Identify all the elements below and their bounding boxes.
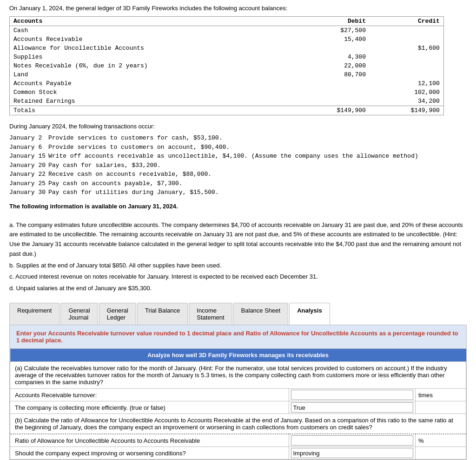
ledger-debit: [296, 97, 370, 106]
transaction-line: January 20Pay cash for salaries, $33,200…: [9, 161, 467, 170]
ledger-debit: 80,700: [296, 70, 370, 79]
ledger-row: Cash $27,500: [10, 26, 444, 35]
ledger-row: Allowance for Uncollectible Accounts $1,…: [10, 44, 444, 53]
tab-income-statement[interactable]: Income Statement: [189, 303, 232, 325]
ledger-row: Accounts Receivable 15,400: [10, 35, 444, 44]
ledger-account: Cash: [10, 26, 296, 35]
ledger-debit: [296, 79, 370, 88]
ledger-credit: [370, 53, 443, 61]
ledger-credit: [370, 61, 443, 70]
ledger-col-accounts: Accounts: [10, 17, 296, 26]
tab-trial-balance[interactable]: Trial Balance: [137, 303, 188, 325]
tx-desc: Provide services to customers on account…: [48, 143, 230, 152]
ar-turnover-unit: times: [416, 389, 466, 401]
ledger-row: Retained Earnings 34,200: [10, 97, 444, 106]
conditions-unit: [416, 447, 466, 460]
tx-desc: Provide services to customers for cash, …: [48, 133, 222, 143]
info-header: The following information is available o…: [9, 203, 467, 210]
tx-desc: Pay cash for salaries, $33,200.: [48, 161, 161, 170]
tab-content: Enter your Accounts Receivable turnover …: [9, 325, 467, 460]
allowance-ratio-label: Ratio of Allowance for Uncollectible Acc…: [10, 434, 289, 447]
transaction-line: January 2Provide services to customers f…: [9, 133, 467, 143]
ledger-debit: 4,300: [296, 53, 370, 61]
ledger-table: Accounts Debit Credit Cash $27,500 Accou…: [9, 16, 444, 115]
transaction-line: January 30Pay cash for utilities during …: [9, 188, 467, 197]
tab-balance-sheet[interactable]: Balance Sheet: [233, 303, 289, 325]
transactions-list: January 2Provide services to customers f…: [9, 133, 467, 197]
ledger-credit: [370, 26, 443, 35]
ledger-debit: 22,000: [296, 61, 370, 70]
ledger-col-credit: Credit: [370, 17, 443, 26]
tx-date: January 2: [9, 133, 46, 143]
ledger-credit: 34,200: [370, 97, 443, 106]
additional-info: a. The company estimates future uncollec…: [9, 220, 467, 294]
ledger-row: Accounts Payable 12,100: [10, 79, 444, 88]
ledger-col-debit: Debit: [296, 17, 370, 26]
analysis-section-a-desc: (a) Calculate the receivables turnover r…: [10, 362, 466, 389]
transaction-line: January 22Receive cash on accounts recei…: [9, 170, 467, 179]
ledger-debit: $27,500: [296, 26, 370, 35]
ledger-credit: $149,900: [370, 106, 443, 115]
allowance-ratio-input[interactable]: [291, 435, 414, 446]
allowance-ratio-input-cell: [289, 434, 416, 447]
ar-turnover-label: Accounts Receivable turnover:: [10, 389, 289, 401]
tx-date: January 20: [9, 161, 46, 170]
intro-text: On January 1, 2024, the general ledger o…: [9, 5, 467, 12]
conditions-input[interactable]: [291, 448, 414, 458]
ledger-account: Notes Receivable (6%, due in 2 years): [10, 61, 296, 70]
info-paragraph: a. The company estimates future uncollec…: [9, 220, 467, 259]
ledger-account: Common Stock: [10, 88, 296, 97]
ledger-credit: [370, 35, 443, 44]
ledger-row: Totals $149,900 $149,900: [10, 106, 444, 115]
ledger-debit: [296, 88, 370, 97]
tx-desc: Receive cash on accounts receivable, $88…: [48, 170, 212, 179]
tab-general-journal[interactable]: General Journal: [60, 303, 98, 325]
info-paragraph: c. Accrued interest revenue on notes rec…: [9, 272, 467, 282]
ledger-debit: 15,400: [296, 35, 370, 44]
conditions-label: Should the company expect improving or w…: [10, 447, 289, 460]
tx-date: January 15: [9, 152, 46, 161]
transaction-line: January 6Provide services to customers o…: [9, 143, 467, 152]
ledger-row: Supplies 4,300: [10, 53, 444, 61]
ledger-account: Accounts Payable: [10, 79, 296, 88]
collecting-unit: [416, 401, 466, 414]
tab-analysis[interactable]: Analysis: [289, 303, 330, 325]
ledger-account: Supplies: [10, 53, 296, 61]
collecting-input-cell: [289, 401, 416, 414]
allowance-ratio-unit: %: [416, 434, 466, 447]
ledger-credit: $1,600: [370, 44, 443, 53]
tx-desc: Pay cash on accounts payable, $7,300.: [48, 179, 183, 188]
tx-date: January 22: [9, 170, 46, 179]
ledger-row: Common Stock 102,000: [10, 88, 444, 97]
tab-general-ledger[interactable]: General Ledger: [99, 303, 136, 325]
tx-date: January 30: [9, 188, 46, 197]
tabs-bar: RequirementGeneral JournalGeneral Ledger…: [9, 303, 467, 325]
ledger-debit: $149,900: [296, 106, 370, 115]
ledger-account: Accounts Receivable: [10, 35, 296, 44]
transaction-line: January 15Write off accounts receivable …: [9, 152, 467, 161]
info-paragraph: b. Supplies at the end of January total …: [9, 261, 467, 271]
tx-desc: Pay cash for utilities during January, $…: [48, 188, 219, 197]
collecting-input[interactable]: [291, 402, 414, 413]
ledger-credit: 102,000: [370, 88, 443, 97]
tx-date: January 6: [9, 143, 46, 152]
ledger-debit: [296, 44, 370, 53]
ledger-account: Retained Earnings: [10, 97, 296, 106]
ledger-row: Land 80,700: [10, 70, 444, 79]
tab-instruction: Enter your Accounts Receivable turnover …: [10, 325, 466, 349]
ledger-credit: [370, 70, 443, 79]
ar-turnover-input[interactable]: [291, 390, 414, 400]
analysis-header: Analyze how well 3D Family Fireworks man…: [10, 349, 466, 362]
ar-turnover-input-cell: [289, 389, 416, 401]
tab-requirement[interactable]: Requirement: [9, 303, 60, 325]
tx-date: January 25: [9, 179, 46, 188]
info-paragraph: d. Unpaid salaries at the end of January…: [9, 284, 467, 293]
ledger-credit: 12,100: [370, 79, 443, 88]
conditions-input-cell: [289, 447, 416, 460]
during-text: During January 2024, the following trans…: [9, 123, 467, 130]
transaction-line: January 25Pay cash on accounts payable, …: [9, 179, 467, 188]
collecting-label: The company is collecting more efficient…: [10, 401, 289, 414]
ledger-account: Land: [10, 70, 296, 79]
ledger-account: Allowance for Uncollectible Accounts: [10, 44, 296, 53]
analysis-table: Analyze how well 3D Family Fireworks man…: [10, 349, 466, 460]
